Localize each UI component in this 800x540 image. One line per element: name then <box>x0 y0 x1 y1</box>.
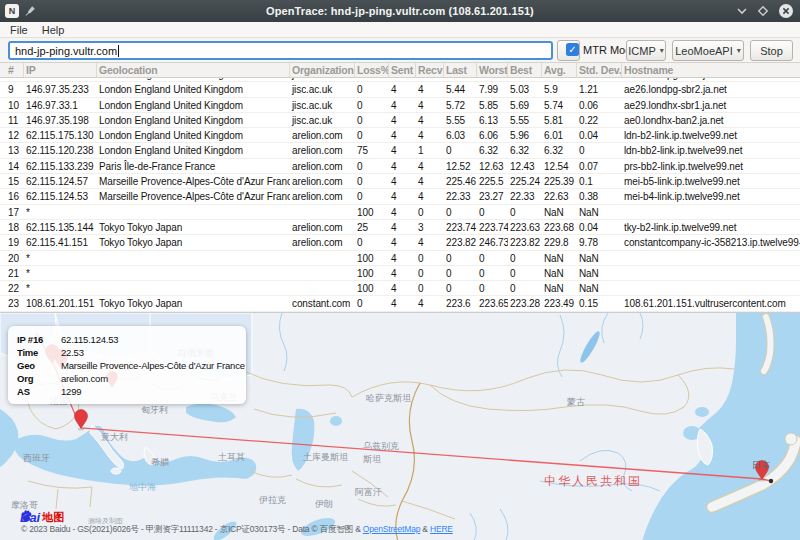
column-header[interactable]: Std. Dev. <box>577 63 622 77</box>
cell: 4 <box>389 205 416 219</box>
cell: 5.81 <box>542 113 577 127</box>
table-row[interactable]: 1562.115.124.57Marseille Provence-Alpes-… <box>0 174 800 189</box>
cell: 0 <box>416 251 444 265</box>
menu-file[interactable]: File <box>10 24 28 36</box>
cell: 223.63 <box>508 220 542 234</box>
table-row[interactable]: 20*10040000NaNNaN <box>0 251 800 266</box>
cell: London England United Kingdom <box>97 113 290 127</box>
cell: 0 <box>355 128 389 142</box>
cell: mei-b4-link.ip.twelve99.net <box>622 189 800 203</box>
cell <box>622 205 800 219</box>
column-header[interactable]: Loss% <box>355 63 389 77</box>
cell: 4 <box>389 281 416 295</box>
cell: 4 <box>416 174 444 188</box>
table-row[interactable]: 11146.97.35.198London England United Kin… <box>0 113 800 128</box>
cell: 6.01 <box>542 128 577 142</box>
here-link[interactable]: HERE <box>430 524 453 534</box>
cell: prs-bb2-link.ip.twelve99.net <box>622 159 800 173</box>
cell: * <box>24 205 97 219</box>
stop-button[interactable]: Stop <box>750 40 793 61</box>
table-row[interactable]: 23108.61.201.151Tokyo Tokyo Japanconstan… <box>0 296 800 311</box>
table-row[interactable]: 9146.97.35.233London England United King… <box>0 82 800 97</box>
close-button[interactable] <box>778 3 794 19</box>
maximize-button[interactable] <box>757 5 769 17</box>
baidu-logo[interactable]: Bai 地图 <box>20 510 64 525</box>
cell: arelion.com <box>290 189 355 203</box>
cell: 246.73 <box>477 235 508 249</box>
cell: 223.68 <box>542 220 577 234</box>
cell: 4 <box>389 189 416 203</box>
column-header[interactable]: Avg. <box>542 63 577 77</box>
menu-help[interactable]: Help <box>42 24 65 36</box>
cell: 0 <box>355 174 389 188</box>
column-header[interactable]: Best <box>508 63 542 77</box>
cell: 4 <box>389 251 416 265</box>
table-row[interactable]: 1462.115.133.239Paris Île-de-France Fran… <box>0 159 800 174</box>
chevron-down-icon: ▾ <box>737 46 741 55</box>
cell <box>290 251 355 265</box>
cell: 6.06 <box>477 128 508 142</box>
column-header[interactable]: Hostname <box>622 63 800 77</box>
column-header[interactable]: Organization <box>290 63 355 77</box>
column-header[interactable]: Worst <box>477 63 508 77</box>
cell: 0 <box>355 98 389 112</box>
baidu-paw-icon <box>20 510 33 523</box>
cell <box>290 266 355 280</box>
cell: 5.74 <box>542 98 577 112</box>
cell: 25 <box>355 220 389 234</box>
cell: 108.61.201.151 <box>24 296 97 310</box>
cell: 4 <box>416 128 444 142</box>
cell: 62.115.175.130 <box>24 128 97 142</box>
cell: 4 <box>416 235 444 249</box>
route-map[interactable]: 白俄罗斯乌克兰法国匈牙利意大利西班牙希腊土耳其地中海摩洛哥伊拉克伊朗阿富汗土库曼… <box>0 312 800 540</box>
table-row[interactable]: 17*10040000NaNNaN <box>0 205 800 220</box>
osm-link[interactable]: OpenStreetMap <box>363 524 420 534</box>
cell: 4 <box>389 82 416 96</box>
table-row[interactable]: 1662.115.124.53Marseille Provence-Alpes-… <box>0 189 800 204</box>
rivers <box>279 313 660 540</box>
mtr-checkbox[interactable]: ✓ <box>566 43 579 56</box>
cell: 13 <box>0 143 24 157</box>
titlebar[interactable]: N OpenTrace: hnd-jp-ping.vultr.com (108.… <box>0 0 800 22</box>
minimize-button[interactable] <box>736 5 748 17</box>
cell: 100 <box>355 281 389 295</box>
cell: 146.97.33.1 <box>24 98 97 112</box>
host-input[interactable]: hnd-jp-ping.vultr.com <box>8 41 553 60</box>
table-row[interactable]: 22*10040000NaNNaN <box>0 281 800 296</box>
cell: NaN <box>542 266 577 280</box>
cell: NaN <box>542 281 577 295</box>
cell: 12.43 <box>508 159 542 173</box>
tooltip-value: 62.115.124.53 <box>61 333 118 346</box>
column-header[interactable]: Geolocation <box>97 63 290 77</box>
cell: Tokyo Tokyo Japan <box>97 220 290 234</box>
cell: 9.78 <box>577 235 622 249</box>
table-row[interactable]: 1862.115.135.144Tokyo Tokyo Japanarelion… <box>0 220 800 235</box>
cell: 12.52 <box>444 159 477 173</box>
cell: 4 <box>389 128 416 142</box>
cell: 0.22 <box>577 113 622 127</box>
cell: 15 <box>0 174 24 188</box>
table-row[interactable]: 1362.115.120.238London England United Ki… <box>0 143 800 158</box>
column-header[interactable]: Sent <box>389 63 416 77</box>
column-header[interactable]: Last <box>444 63 477 77</box>
table-row[interactable]: 21*10040000NaNNaN <box>0 266 800 281</box>
protocol-select[interactable]: ICMP ▾ <box>626 40 666 61</box>
endpoint-dot <box>769 479 773 483</box>
cell: London England United Kingdom <box>97 98 290 112</box>
cell: 0 <box>444 281 477 295</box>
table-row[interactable]: 10146.97.33.1London England United Kingd… <box>0 98 800 113</box>
cell: 225.39 <box>542 174 577 188</box>
pin-icon[interactable] <box>24 5 36 17</box>
cell: 12.63 <box>477 159 508 173</box>
table-row[interactable]: 1262.115.175.130London England United Ki… <box>0 128 800 143</box>
cell: constant.com <box>290 296 355 310</box>
column-header[interactable]: # <box>0 63 24 77</box>
cell: 223.6 <box>444 296 477 310</box>
table-row[interactable]: 1962.115.41.151Tokyo Tokyo Japanarelion.… <box>0 235 800 250</box>
cell: jisc.ac.uk <box>290 82 355 96</box>
api-select[interactable]: LeoMoeAPI ▾ <box>672 40 744 61</box>
column-header[interactable]: Recv <box>416 63 444 77</box>
cell: 18 <box>0 220 24 234</box>
column-header[interactable]: IP <box>24 63 97 77</box>
cell: 5.03 <box>508 82 542 96</box>
